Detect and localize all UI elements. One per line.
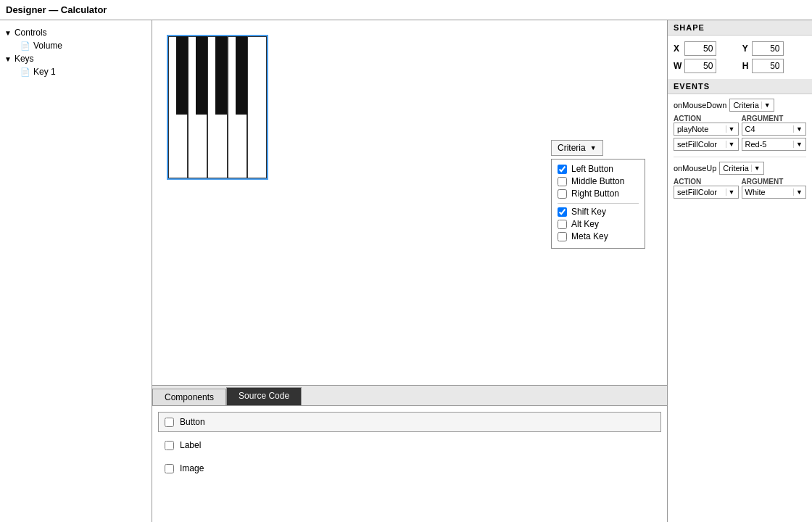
event-mouse-up: onMouseUp Criteria ▼ ACTION ARGUMENT set… — [674, 162, 806, 199]
mouse-up-criteria-value: Criteria — [723, 164, 748, 173]
mouse-up-argument-1-select[interactable]: White ▼ — [742, 186, 807, 199]
bottom-area: Components Source Code Button Label Imag… — [152, 385, 667, 522]
mouse-down-action-col: ACTION — [674, 115, 739, 123]
shape-x-input[interactable] — [684, 41, 716, 56]
criteria-alt-key[interactable]: Alt Key — [558, 219, 639, 229]
mouse-down-action-2-select[interactable]: setFillColor ▼ — [674, 138, 739, 151]
shape-fields: X Y W H — [668, 36, 812, 79]
criteria-middle-button[interactable]: Middle Button — [558, 176, 639, 186]
mouse-up-argument-1-arrow: ▼ — [793, 188, 803, 196]
criteria-left-button-check[interactable] — [558, 165, 567, 174]
controls-expand-arrow: ▼ — [4, 29, 12, 37]
black-key-2[interactable] — [196, 36, 207, 115]
mouse-down-criteria-select[interactable]: Criteria ▼ — [729, 99, 774, 112]
mouse-down-argument-2-select[interactable]: Red-5 ▼ — [742, 138, 807, 151]
criteria-button[interactable]: Criteria ▼ — [551, 140, 603, 156]
mouse-down-argument-2-value: Red-5 — [745, 140, 792, 149]
mouse-up-criteria-arrow: ▼ — [751, 165, 761, 172]
shape-y-label: Y — [742, 44, 749, 54]
mouse-down-action-1: playNote ▼ C4 ▼ — [674, 123, 806, 136]
events-divider — [674, 157, 806, 157]
mouse-up-action-1: setFillColor ▼ White ▼ — [674, 186, 806, 199]
keys-group-label: Keys — [14, 54, 34, 64]
criteria-dropdown[interactable]: Criteria ▼ Left Button Middle Button — [551, 140, 603, 156]
mouse-down-action-1-value: playNote — [677, 125, 724, 133]
criteria-dropdown-arrow: ▼ — [590, 144, 597, 152]
component-button-label: Button — [180, 417, 205, 427]
shape-y-input[interactable] — [752, 41, 784, 56]
criteria-alt-key-label: Alt Key — [571, 219, 599, 229]
criteria-left-button[interactable]: Left Button — [558, 164, 639, 174]
right-panel: SHAPE X Y W H EVENTS onMouseDown Criteri… — [667, 20, 812, 522]
mouse-down-action-2: setFillColor ▼ Red-5 ▼ — [674, 138, 806, 151]
criteria-right-button-label: Right Button — [571, 188, 619, 199]
shape-x-label: X — [674, 44, 682, 54]
tab-components[interactable]: Components — [152, 389, 226, 405]
criteria-right-button[interactable]: Right Button — [558, 188, 639, 199]
shape-header: SHAPE — [668, 20, 812, 36]
shape-h-input[interactable] — [752, 59, 784, 73]
criteria-alt-key-check[interactable] — [558, 220, 567, 229]
event-mouse-down: onMouseDown Criteria ▼ ACTION ARGUMENT p… — [674, 99, 806, 151]
tab-components-label: Components — [165, 392, 214, 402]
component-item-label[interactable]: Label — [158, 435, 661, 455]
tree-group-keys[interactable]: ▼ Keys — [3, 52, 149, 65]
center-panel: Criteria ▼ Left Button Middle Button — [152, 20, 667, 522]
keys-expand-arrow: ▼ — [4, 55, 12, 63]
mouse-up-action-1-select[interactable]: setFillColor ▼ — [674, 186, 739, 199]
shape-w-input[interactable] — [684, 59, 716, 73]
white-key-5[interactable] — [247, 36, 267, 178]
mouse-down-argument-1-arrow: ▼ — [793, 125, 803, 133]
mouse-down-label: onMouseDown — [674, 101, 726, 109]
title-bar: Designer — Calculator — [0, 0, 812, 20]
piano-widget[interactable] — [167, 35, 268, 180]
component-item-button[interactable]: Button — [158, 412, 661, 432]
tab-source-code[interactable]: Source Code — [226, 387, 302, 405]
black-key-1[interactable] — [176, 36, 188, 115]
component-image-label: Image — [180, 463, 204, 473]
tree-item-volume[interactable]: 📄 Volume — [3, 39, 149, 52]
controls-group-label: Controls — [14, 28, 47, 38]
mouse-buttons-section: Left Button Middle Button Right Button — [558, 164, 639, 199]
tree-item-key1[interactable]: 📄 Key 1 — [3, 65, 149, 78]
mouse-up-argument-col: ARGUMENT — [742, 178, 807, 186]
mouse-down-criteria-row: onMouseDown Criteria ▼ — [674, 99, 806, 112]
mouse-up-action-1-arrow: ▼ — [726, 188, 735, 196]
criteria-middle-button-check[interactable] — [558, 177, 567, 186]
criteria-right-button-check[interactable] — [558, 189, 567, 199]
mouse-up-argument-1-value: White — [745, 188, 792, 196]
mouse-down-argument-1-select[interactable]: C4 ▼ — [742, 123, 807, 136]
tab-source-code-label: Source Code — [239, 391, 289, 401]
canvas-area: Criteria ▼ Left Button Middle Button — [152, 20, 667, 385]
black-key-3[interactable] — [215, 36, 227, 115]
criteria-menu: Left Button Middle Button Right Button — [551, 159, 645, 249]
component-image-check[interactable] — [165, 464, 174, 473]
shape-h-label: H — [742, 61, 749, 71]
criteria-shift-key-label: Shift Key — [571, 207, 606, 217]
criteria-middle-button-label: Middle Button — [571, 176, 624, 186]
criteria-shift-key[interactable]: Shift Key — [558, 207, 639, 217]
events-section: onMouseDown Criteria ▼ ACTION ARGUMENT p… — [668, 94, 812, 209]
mouse-down-col-headers: ACTION ARGUMENT — [674, 115, 806, 123]
mouse-down-action-2-value: setFillColor — [677, 140, 724, 149]
component-item-image[interactable]: Image — [158, 458, 661, 478]
mouse-down-criteria-arrow: ▼ — [761, 102, 771, 109]
tree-group-controls[interactable]: ▼ Controls — [3, 26, 149, 39]
mouse-up-action-1-value: setFillColor — [677, 188, 724, 196]
piano-keys — [168, 36, 267, 178]
mouse-up-label: onMouseUp — [674, 164, 716, 173]
criteria-left-button-label: Left Button — [571, 164, 613, 174]
black-key-4[interactable] — [236, 36, 247, 115]
volume-doc-icon: 📄 — [20, 41, 30, 51]
criteria-meta-key[interactable]: Meta Key — [558, 231, 639, 241]
mouse-down-action-1-select[interactable]: playNote ▼ — [674, 123, 739, 136]
criteria-shift-key-check[interactable] — [558, 207, 567, 217]
events-header: EVENTS — [668, 79, 812, 94]
component-label-check[interactable] — [165, 441, 174, 450]
criteria-meta-key-check[interactable] — [558, 232, 567, 241]
mouse-up-criteria-select[interactable]: Criteria ▼ — [719, 162, 763, 175]
component-button-check[interactable] — [165, 418, 174, 427]
app-title: Designer — Calculator — [6, 4, 107, 15]
key-modifiers-section: Shift Key Alt Key Meta Key — [558, 207, 639, 241]
mouse-down-criteria-value: Criteria — [733, 101, 758, 109]
